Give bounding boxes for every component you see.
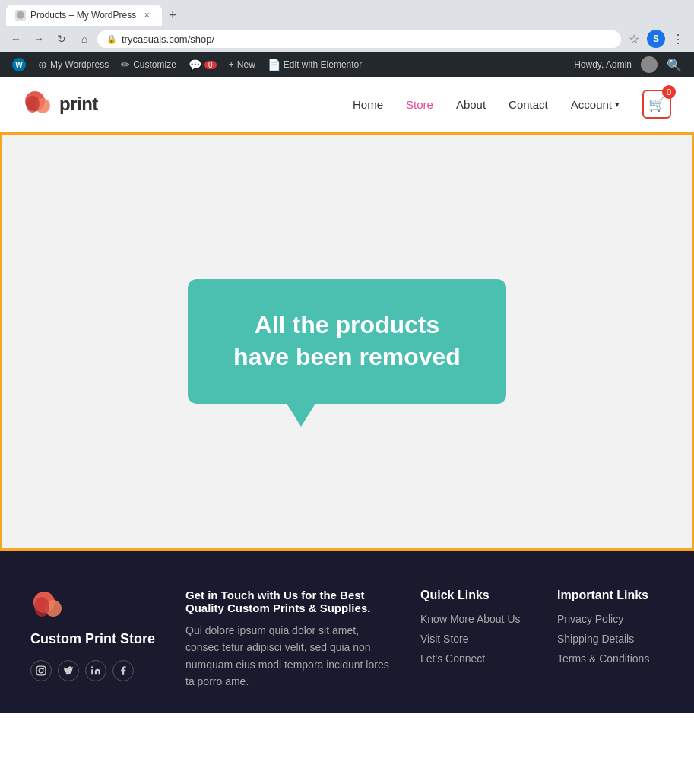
tab-favicon — [15, 10, 26, 21]
url-bar[interactable]: 🔒 trycasuals.com/shop/ — [97, 30, 621, 48]
customize-icon: ✏ — [121, 59, 130, 71]
svg-rect-7 — [36, 667, 46, 676]
footer-brand-name: Custom Print Store — [30, 630, 155, 648]
footer-important-link-0[interactable]: Privacy Policy — [557, 613, 664, 625]
customize-label: Customize — [133, 59, 176, 70]
bubble-text: All the products have been removed — [233, 309, 461, 373]
browser-menu-button[interactable]: ⋮ — [668, 29, 688, 49]
cart-count: 0 — [662, 85, 676, 99]
social-icons — [30, 660, 155, 681]
lock-icon: 🔒 — [106, 34, 117, 44]
footer-quick-link-0[interactable]: Know More About Us — [420, 613, 527, 625]
site-logo[interactable]: print — [23, 89, 98, 119]
footer-important-link-2[interactable]: Terms & Conditions — [557, 652, 664, 665]
footer-body-text: Qui dolore ipsum quia dolor sit amet, co… — [185, 622, 390, 690]
edit-elementor-label: Edit with Elementor — [284, 59, 362, 70]
comments-icon: 💬 — [189, 59, 201, 71]
instagram-icon[interactable] — [30, 660, 52, 681]
my-wordpress-label: My Wordpress — [50, 59, 109, 70]
nav-store[interactable]: Store — [406, 98, 433, 111]
svg-point-9 — [43, 668, 44, 669]
footer-quick-links-col: Quick Links Know More About Us Visit Sto… — [420, 589, 527, 690]
bubble-line1: All the products — [255, 311, 440, 338]
facebook-icon[interactable] — [112, 660, 134, 681]
browser-chrome: Products – My WordPress × + ← → ↻ ⌂ 🔒 tr… — [0, 0, 694, 52]
address-bar: ← → ↻ ⌂ 🔒 trycasuals.com/shop/ ☆ S ⋮ — [0, 26, 694, 52]
tab-bar: Products – My WordPress × + — [0, 0, 694, 26]
bubble-line2: have been removed — [233, 343, 461, 370]
new-icon: + — [229, 59, 234, 70]
footer-important-links-col: Important Links Privacy Policy Shipping … — [557, 589, 664, 690]
wordpress-icon: ⊕ — [38, 59, 47, 71]
close-tab-button[interactable]: × — [141, 9, 153, 21]
tab-title: Products – My WordPress — [30, 10, 136, 21]
nav-contact[interactable]: Contact — [509, 98, 548, 111]
twitter-icon[interactable] — [58, 660, 79, 681]
svg-point-10 — [91, 667, 93, 668]
comments-item[interactable]: 💬 0 — [182, 52, 223, 77]
chevron-down-icon: ▾ — [615, 100, 620, 110]
bookmark-button[interactable]: ☆ — [624, 29, 644, 49]
main-content: All the products have been removed — [0, 132, 694, 551]
wp-admin-bar: W ⊕ My Wordpress ✏ Customize 💬 0 + New 📄… — [0, 52, 694, 77]
svg-point-6 — [34, 597, 49, 617]
footer-quick-link-1[interactable]: Visit Store — [420, 633, 527, 645]
linkedin-icon[interactable] — [85, 660, 106, 681]
nav-about[interactable]: About — [456, 98, 486, 111]
svg-point-8 — [39, 668, 43, 673]
my-wordpress-item[interactable]: ⊕ My Wordpress — [32, 52, 115, 77]
quick-links-heading: Quick Links — [420, 589, 527, 602]
home-button[interactable]: ⌂ — [74, 29, 94, 49]
forward-button[interactable]: → — [29, 29, 49, 49]
wp-logo-icon: W — [12, 58, 26, 71]
admin-avatar[interactable] — [641, 56, 658, 73]
admin-bar-right: Howdy, Admin 🔍 — [568, 56, 688, 73]
url-text: trycasuals.com/shop/ — [122, 33, 214, 45]
logo-text: print — [59, 94, 98, 115]
new-item[interactable]: + New — [223, 52, 261, 77]
edit-with-elementor-item[interactable]: 📄 Edit with Elementor — [261, 52, 368, 77]
svg-point-3 — [26, 96, 40, 113]
footer-quick-link-2[interactable]: Let's Connect — [420, 652, 527, 665]
get-in-touch-heading: Get in Touch with Us for the Best Qualit… — [185, 589, 390, 614]
account-label: Account — [571, 98, 612, 111]
site-header: print Home Store About Contact Account ▾… — [0, 77, 694, 132]
wp-search-icon[interactable]: 🔍 — [661, 58, 688, 72]
footer-contact-col: Get in Touch with Us for the Best Qualit… — [185, 589, 390, 690]
active-tab[interactable]: Products – My WordPress × — [6, 5, 162, 26]
nav-account[interactable]: Account ▾ — [571, 98, 620, 111]
howdy-text: Howdy, Admin — [568, 59, 638, 70]
comments-count: 0 — [204, 61, 217, 69]
wp-logo-item[interactable]: W — [6, 52, 32, 77]
nav-home[interactable]: Home — [353, 98, 383, 111]
footer-important-link-1[interactable]: Shipping Details — [557, 633, 664, 645]
speech-bubble: All the products have been removed — [188, 279, 506, 403]
footer-brand-col: Custom Print Store — [30, 589, 155, 690]
footer: Custom Print Store Get in Touch with Us … — [0, 551, 694, 713]
back-button[interactable]: ← — [6, 29, 26, 49]
cart-icon: 🛒 — [648, 96, 665, 113]
logo-icon — [23, 89, 53, 119]
cart-button[interactable]: 🛒 0 — [642, 90, 671, 119]
reload-button[interactable]: ↻ — [52, 29, 71, 49]
footer-logo-icon — [30, 589, 65, 623]
elementor-icon: 📄 — [268, 59, 280, 71]
new-label: New — [237, 59, 255, 70]
svg-point-0 — [17, 11, 24, 19]
important-links-heading: Important Links — [557, 589, 664, 602]
profile-button[interactable]: S — [647, 30, 665, 48]
customize-item[interactable]: ✏ Customize — [115, 52, 182, 77]
site-nav: Home Store About Contact Account ▾ 🛒 0 — [353, 90, 671, 119]
new-tab-button[interactable]: + — [162, 5, 183, 26]
